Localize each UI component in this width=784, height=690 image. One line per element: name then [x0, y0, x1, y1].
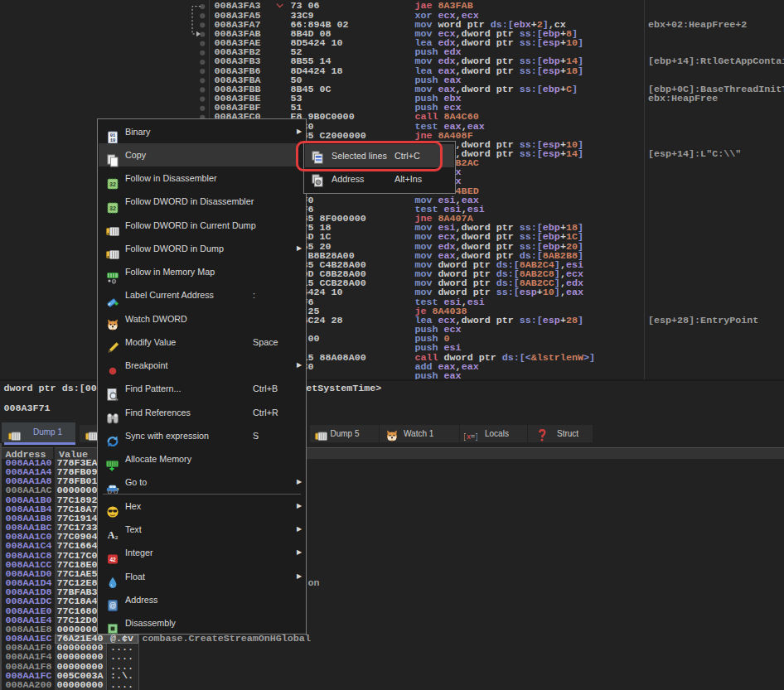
svg-text:@: @	[109, 601, 117, 610]
svg-text:42: 42	[109, 556, 116, 562]
svg-text:2: 2	[115, 534, 119, 541]
svg-text:32: 32	[109, 181, 116, 187]
svg-text:A: A	[108, 529, 115, 541]
svg-text:[x=]: [x=]	[464, 433, 477, 442]
svg-text:10: 10	[110, 138, 116, 143]
svg-text:@: @	[316, 180, 321, 185]
svg-text:32: 32	[109, 205, 116, 211]
